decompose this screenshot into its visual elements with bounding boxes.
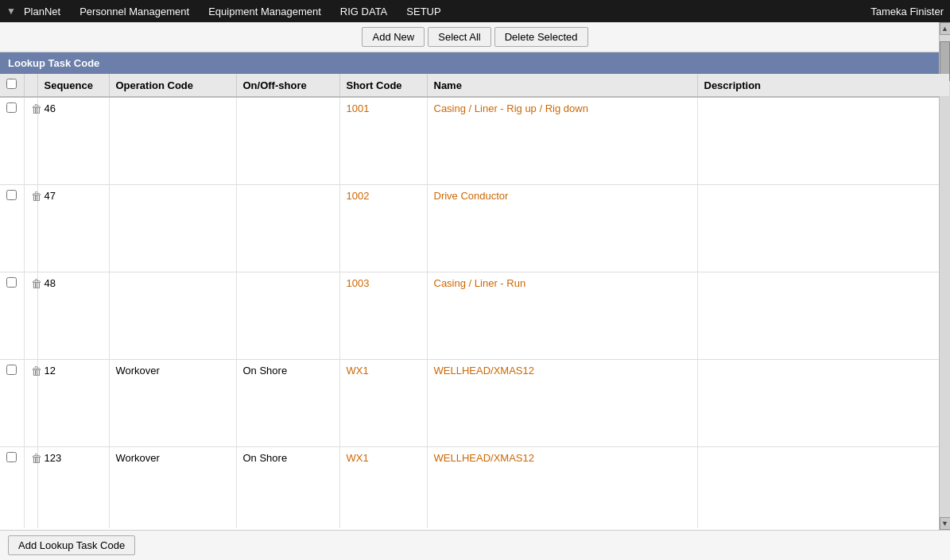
row-checkbox[interactable] (6, 452, 17, 462)
col-header-operation-code: Operation Code (109, 74, 236, 97)
select-all-button[interactable]: Select All (428, 27, 491, 47)
row-description (697, 359, 950, 446)
table-header-row: Sequence Operation Code On/Off-shore Sho… (0, 74, 950, 97)
table-row: 🗑12WorkoverOn ShoreWX1WELLHEAD/XMAS12 (0, 359, 950, 446)
row-checkbox-cell[interactable] (0, 446, 24, 528)
row-operation-code: Workover (109, 359, 236, 446)
table-row: 🗑481003Casing / Liner - Run (0, 272, 950, 359)
col-header-on-off-shore: On/Off-shore (236, 74, 339, 97)
row-sequence: 47 (37, 184, 109, 272)
row-checkbox[interactable] (6, 365, 17, 375)
table-title: Lookup Task Code (0, 52, 950, 74)
row-short-code: WX1 (339, 359, 427, 446)
row-checkbox-cell[interactable] (0, 272, 24, 359)
row-checkbox-cell[interactable] (0, 97, 24, 184)
nav-plannet[interactable]: PlanNet (24, 6, 60, 17)
table-row: 🗑123WorkoverOn ShoreWX1WELLHEAD/XMAS12 (0, 446, 950, 528)
row-delete-cell[interactable]: 🗑 (24, 359, 37, 446)
col-header-delete (24, 74, 37, 97)
trash-icon[interactable]: 🗑 (31, 277, 42, 290)
delete-selected-button[interactable]: Delete Selected (494, 27, 588, 47)
row-operation-code (109, 272, 236, 359)
right-scrollbar[interactable]: ▲ ▼ (939, 22, 950, 528)
table-row: 🗑471002Drive Conductor (0, 184, 950, 272)
col-header-checkbox[interactable] (0, 74, 24, 97)
col-header-name: Name (427, 74, 697, 97)
nav-personnel-management[interactable]: Personnel Management (79, 6, 189, 17)
add-new-button[interactable]: Add New (362, 27, 425, 47)
row-delete-cell[interactable]: 🗑 (24, 446, 37, 528)
row-operation-code (109, 97, 236, 184)
select-all-checkbox[interactable] (6, 79, 17, 89)
trash-icon[interactable]: 🗑 (31, 452, 42, 465)
row-checkbox[interactable] (6, 102, 17, 113)
row-description (697, 97, 950, 184)
row-description (697, 184, 950, 272)
col-header-sequence: Sequence (37, 74, 109, 97)
row-checkbox-cell[interactable] (0, 184, 24, 272)
row-short-code: 1001 (339, 97, 427, 184)
row-description (697, 272, 950, 359)
row-short-code: 1003 (339, 272, 427, 359)
row-delete-cell[interactable]: 🗑 (24, 184, 37, 272)
scrollbar-down-button[interactable]: ▼ (940, 517, 951, 528)
nav-equipment-management[interactable]: Equipment Management (208, 6, 321, 17)
scrollbar-up-button[interactable]: ▲ (940, 22, 951, 35)
scrollbar-track[interactable] (940, 35, 950, 517)
row-short-code: 1002 (339, 184, 427, 272)
row-sequence: 12 (37, 359, 109, 446)
nav-rig-data[interactable]: RIG DATA (340, 6, 387, 17)
table-row: 🗑461001Casing / Liner - Rig up / Rig dow… (0, 97, 950, 184)
row-on-off-shore (236, 97, 339, 184)
row-operation-code: Workover (109, 446, 236, 528)
row-short-code: WX1 (339, 446, 427, 528)
row-sequence: 48 (37, 272, 109, 359)
trash-icon[interactable]: 🗑 (31, 365, 42, 377)
row-delete-cell[interactable]: 🗑 (24, 272, 37, 359)
col-header-short-code: Short Code (339, 74, 427, 97)
row-sequence: 46 (37, 97, 109, 184)
row-name: Casing / Liner - Rig up / Rig down (427, 97, 697, 184)
nav-menu: PlanNet Personnel Management Equipment M… (24, 6, 871, 17)
row-sequence: 123 (37, 446, 109, 528)
row-name: Drive Conductor (427, 184, 697, 272)
trash-icon[interactable]: 🗑 (31, 190, 42, 203)
table-wrapper: Lookup Task Code Sequence Operation Code… (0, 52, 950, 528)
row-on-off-shore: On Shore (236, 446, 339, 528)
row-checkbox-cell[interactable] (0, 359, 24, 446)
table-scroll-area[interactable]: Sequence Operation Code On/Off-shore Sho… (0, 74, 950, 528)
trash-icon[interactable]: 🗑 (31, 102, 42, 115)
row-on-off-shore (236, 184, 339, 272)
user-name: Tameka Finister (871, 6, 944, 17)
row-checkbox[interactable] (6, 190, 17, 200)
row-name: WELLHEAD/XMAS12 (427, 359, 697, 446)
nav-setup[interactable]: SETUP (406, 6, 440, 17)
row-operation-code (109, 184, 236, 272)
nav-arrow-icon[interactable]: ▼ (6, 6, 16, 17)
row-checkbox[interactable] (6, 277, 17, 288)
top-nav: ▼ PlanNet Personnel Management Equipment… (0, 0, 950, 22)
row-on-off-shore: On Shore (236, 359, 339, 446)
toolbar: Add New Select All Delete Selected (0, 22, 950, 52)
row-name: WELLHEAD/XMAS12 (427, 446, 697, 528)
row-on-off-shore (236, 272, 339, 359)
row-name: Casing / Liner - Run (427, 272, 697, 359)
lookup-task-code-table: Sequence Operation Code On/Off-shore Sho… (0, 74, 950, 528)
row-description (697, 446, 950, 528)
row-delete-cell[interactable]: 🗑 (24, 97, 37, 184)
col-header-description: Description (697, 74, 950, 97)
